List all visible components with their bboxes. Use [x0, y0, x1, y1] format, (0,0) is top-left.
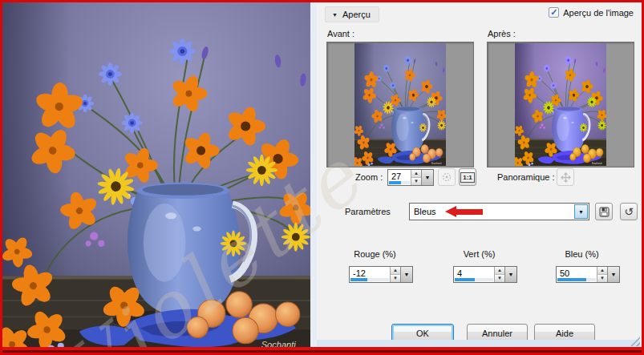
- spin-down-icon[interactable]: ▼: [411, 178, 421, 185]
- after-preview[interactable]: [487, 42, 634, 167]
- after-preview-image: [515, 43, 606, 166]
- zoom-label: Zoom :: [355, 172, 383, 182]
- vert-spinner[interactable]: 4 ▲ ▼ ▼: [453, 266, 517, 283]
- bleu-spin-buttons[interactable]: ▲ ▼: [597, 267, 607, 282]
- reset-icon: ↺: [624, 205, 634, 218]
- apercu-image-checkbox[interactable]: ✓: [549, 7, 559, 18]
- reset-defaults-button[interactable]: ↺: [620, 203, 638, 220]
- zoom-spinner[interactable]: 27 ▲ ▼ ▼: [387, 169, 434, 186]
- parametres-combobox[interactable]: Bleus ▼: [409, 203, 589, 220]
- rouge-spin-buttons[interactable]: ▲ ▼: [390, 267, 400, 282]
- rouge-meter-fill: [350, 278, 367, 281]
- parametres-dropdown-button[interactable]: ▼: [574, 204, 588, 219]
- panoramique-label: Panoramique :: [497, 172, 555, 182]
- pan-button: [557, 168, 574, 186]
- one-to-one-button[interactable]: 1:1: [459, 168, 476, 186]
- before-label: Avant :: [327, 29, 354, 38]
- after-label: Après :: [488, 29, 516, 38]
- vert-value-field[interactable]: 4: [454, 267, 494, 282]
- apercu-image-checkbox-label: Aperçu de l'image: [563, 8, 634, 18]
- collapse-triangle-icon: ▼: [332, 12, 338, 18]
- zoom-row: Zoom : 27 ▲ ▼ ▼: [317, 168, 642, 189]
- vert-label: Vert (%): [433, 249, 525, 259]
- vert-meter-fill: [455, 278, 475, 281]
- bleu-meter: [557, 278, 596, 281]
- before-preview-image: [354, 43, 446, 166]
- zoom-meter: [389, 181, 410, 184]
- save-preset-button[interactable]: [595, 203, 613, 220]
- spin-down-icon[interactable]: ▼: [597, 275, 607, 282]
- rouge-value: -12: [353, 268, 366, 278]
- apercu-toggle-label: Aperçu: [342, 10, 371, 19]
- one-to-one-icon: 1:1: [460, 172, 475, 183]
- bleu-label: Bleu (%): [536, 249, 628, 259]
- zoom-value: 27: [391, 171, 401, 181]
- dialog-bottom-border: [317, 340, 642, 347]
- proof-button: [438, 168, 456, 186]
- vert-spin-buttons[interactable]: ▲ ▼: [494, 267, 504, 282]
- proof-icon: [442, 172, 452, 182]
- zoom-dropdown-button[interactable]: ▼: [421, 170, 433, 185]
- still-life-photo: Sochanti: [2, 2, 310, 353]
- parametres-row: Paramètres Bleus ▼: [317, 201, 642, 225]
- spin-up-icon[interactable]: ▲: [495, 267, 504, 275]
- zoom-value-field[interactable]: 27: [388, 170, 411, 185]
- screenshot-frame: Sochanti ▼ Aperçu ✓ Aperçu de l'image Av…: [0, 0, 644, 355]
- apercu-image-checkbox-row: ✓ Aperçu de l'image: [549, 7, 634, 18]
- photo-panel: Sochanti: [2, 2, 310, 353]
- zoom-meter-fill: [389, 181, 401, 184]
- rouge-dropdown-button[interactable]: ▼: [400, 267, 412, 282]
- bleu-spinner[interactable]: 50 ▲ ▼ ▼: [556, 266, 620, 283]
- rouge-label: Rouge (%): [329, 249, 421, 259]
- zoom-spin-buttons[interactable]: ▲ ▼: [411, 170, 421, 185]
- spin-up-icon[interactable]: ▲: [411, 170, 421, 178]
- bleu-value-field[interactable]: 50: [557, 267, 597, 282]
- spin-down-icon[interactable]: ▼: [495, 275, 504, 282]
- bleu-dropdown-button[interactable]: ▼: [607, 267, 619, 282]
- bleu-meter-fill: [557, 278, 586, 281]
- spin-up-icon[interactable]: ▲: [597, 267, 607, 275]
- rouge-meter: [350, 278, 389, 281]
- rouge-spinner[interactable]: -12 ▲ ▼ ▼: [349, 266, 413, 283]
- apercu-toggle-button[interactable]: ▼ Aperçu: [325, 6, 379, 22]
- pan-cross-icon: [561, 172, 571, 183]
- vert-value: 4: [457, 268, 462, 278]
- bleu-value: 50: [560, 268, 569, 278]
- vert-dropdown-button[interactable]: ▼: [504, 267, 516, 282]
- before-preview[interactable]: [326, 42, 474, 167]
- adjust-dialog: ▼ Aperçu ✓ Aperçu de l'image Avant : Apr…: [310, 2, 642, 353]
- channel-controls: Rouge (%) Vert (%) Bleu (%) -12 ▲ ▼ ▼: [317, 247, 642, 291]
- annotation-arrow-icon: [445, 207, 485, 217]
- parametres-value: Bleus: [414, 207, 436, 216]
- rouge-value-field[interactable]: -12: [350, 267, 390, 282]
- photo-signature: Sochanti: [261, 340, 297, 349]
- vert-meter: [455, 278, 493, 281]
- spin-up-icon[interactable]: ▲: [391, 267, 400, 275]
- spin-down-icon[interactable]: ▼: [391, 275, 400, 282]
- save-floppy-icon: [599, 207, 610, 217]
- dialog-right-border: [640, 2, 642, 353]
- parametres-label: Paramètres: [345, 207, 391, 216]
